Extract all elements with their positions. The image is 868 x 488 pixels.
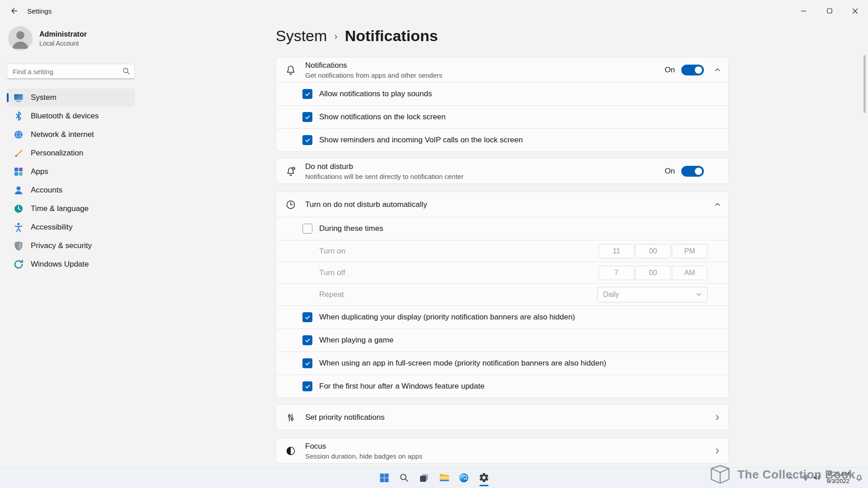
sidebar-item-apps[interactable]: Apps bbox=[7, 163, 135, 181]
sidebar-item-personalization[interactable]: Personalization bbox=[7, 144, 135, 162]
sidebar-item-bluetooth-devices[interactable]: Bluetooth & devices bbox=[7, 107, 135, 125]
sidebar-item-time-language[interactable]: Time & language bbox=[7, 200, 135, 218]
during-these-times-row: During these times bbox=[276, 217, 729, 240]
edge-button[interactable] bbox=[455, 469, 473, 487]
option-row-voip: Show reminders and incoming VoIP calls o… bbox=[276, 129, 729, 152]
scrollbar-thumb[interactable] bbox=[863, 55, 866, 113]
sidebar-item-privacy-security[interactable]: Privacy & security bbox=[7, 237, 135, 255]
sidebar-item-accessibility[interactable]: Accessibility bbox=[7, 218, 135, 236]
option-label: Show notifications on the lock screen bbox=[319, 113, 446, 122]
selected-indicator bbox=[7, 93, 9, 102]
gear-icon bbox=[478, 472, 489, 483]
checkbox-feature-update[interactable] bbox=[302, 381, 312, 391]
start-button[interactable] bbox=[375, 469, 394, 487]
option-label: When duplicating your display (priority … bbox=[319, 313, 575, 322]
shield-icon bbox=[13, 240, 24, 251]
focus-card[interactable]: Focus Session duration, hide badges on a… bbox=[276, 438, 729, 464]
taskbar: 8:25 AM 9/3/2022 bbox=[0, 467, 868, 488]
option-label: When playing a game bbox=[319, 336, 393, 345]
priority-notifications-card[interactable]: Set priority notifications bbox=[276, 404, 729, 430]
back-button[interactable] bbox=[5, 2, 23, 20]
accessibility-icon bbox=[13, 222, 24, 233]
task-view-button[interactable] bbox=[415, 469, 434, 487]
settings-button[interactable] bbox=[475, 469, 493, 487]
option-row-duplicating-display: When duplicating your display (priority … bbox=[276, 306, 729, 329]
notifications-title: Notifications bbox=[305, 61, 665, 70]
notifications-description: Get notifications from apps and other se… bbox=[305, 71, 665, 79]
turn-off-hour-field[interactable]: 7 bbox=[599, 266, 634, 280]
sidebar-item-network-internet[interactable]: Network & internet bbox=[7, 126, 135, 144]
network-icon bbox=[802, 474, 810, 482]
repeat-row: Repeat Daily bbox=[276, 284, 729, 306]
sidebar-item-label: Time & language bbox=[31, 204, 89, 213]
search-input[interactable] bbox=[7, 64, 135, 79]
focus-icon bbox=[285, 446, 296, 456]
checkbox-playing-game[interactable] bbox=[302, 335, 312, 345]
check-icon bbox=[305, 137, 311, 143]
sidebar-item-label: Accounts bbox=[31, 186, 62, 195]
user-name: Administrator bbox=[39, 30, 87, 38]
active-app-indicator bbox=[479, 485, 488, 486]
turn-on-minute-field[interactable]: 00 bbox=[635, 244, 671, 258]
checkbox-lock-screen[interactable] bbox=[302, 112, 312, 122]
check-icon bbox=[305, 114, 311, 120]
turn-off-minute-field[interactable]: 00 bbox=[635, 266, 671, 280]
user-card[interactable]: Administrator Local Account bbox=[8, 26, 87, 51]
do-not-disturb-title: Do not disturb bbox=[305, 162, 665, 171]
search-icon bbox=[399, 473, 410, 483]
clock-icon bbox=[285, 199, 296, 210]
do-not-disturb-toggle[interactable] bbox=[681, 166, 704, 177]
turn-on-hour-field[interactable]: 11 bbox=[599, 244, 634, 258]
avatar bbox=[8, 26, 33, 51]
turn-on-period-field[interactable]: PM bbox=[672, 244, 708, 258]
notification-bell-icon bbox=[855, 474, 863, 482]
sidebar-item-accounts[interactable]: Accounts bbox=[7, 181, 135, 199]
option-label: Show reminders and incoming VoIP calls o… bbox=[319, 136, 523, 145]
check-icon bbox=[305, 361, 311, 366]
page-title: Notifications bbox=[345, 26, 438, 45]
file-explorer-button[interactable] bbox=[435, 469, 453, 487]
sidebar-item-windows-update[interactable]: Windows Update bbox=[7, 255, 135, 273]
checkbox-fullscreen-app[interactable] bbox=[302, 358, 312, 368]
minimize-button[interactable] bbox=[791, 0, 816, 22]
notifications-toggle-label: On bbox=[665, 66, 675, 75]
sidebar-item-label: Network & internet bbox=[31, 130, 94, 139]
option-label: For the first hour after a Windows featu… bbox=[319, 382, 485, 391]
apps-grid-icon bbox=[13, 166, 24, 177]
option-row-playing-game: When playing a game bbox=[276, 329, 729, 352]
sidebar: Administrator Local Account System Bluet… bbox=[0, 22, 136, 467]
breadcrumb-system[interactable]: System bbox=[276, 26, 327, 45]
maximize-button[interactable] bbox=[816, 0, 842, 22]
checkbox-during-these-times[interactable] bbox=[302, 224, 312, 234]
tray-chevron-up-button[interactable] bbox=[785, 469, 796, 486]
close-button[interactable] bbox=[842, 0, 868, 22]
check-icon bbox=[305, 338, 311, 343]
breadcrumb-separator-icon: › bbox=[334, 27, 337, 46]
dnd-auto-card[interactable]: Turn on do not disturb automatically bbox=[276, 192, 729, 217]
tray-clock[interactable]: 8:25 AM 9/3/2022 bbox=[826, 470, 849, 485]
notification-center-button[interactable] bbox=[853, 469, 865, 486]
check-icon bbox=[305, 91, 311, 97]
checkbox-play-sounds[interactable] bbox=[302, 89, 312, 99]
bluetooth-icon bbox=[13, 111, 24, 122]
turn-on-label: Turn on bbox=[319, 247, 599, 256]
sidebar-item-label: Accessibility bbox=[31, 223, 73, 232]
folder-icon bbox=[438, 472, 450, 483]
do-not-disturb-icon bbox=[285, 166, 296, 177]
turn-off-period-field[interactable]: AM bbox=[672, 266, 708, 280]
chevron-right-icon bbox=[714, 414, 721, 421]
sidebar-item-label: Apps bbox=[31, 167, 48, 176]
taskbar-search-button[interactable] bbox=[395, 469, 414, 487]
checkbox-voip[interactable] bbox=[302, 135, 312, 145]
focus-description: Session duration, hide badges on apps bbox=[305, 452, 704, 460]
edge-icon bbox=[458, 472, 470, 483]
notifications-toggle[interactable] bbox=[681, 65, 704, 75]
maximize-icon bbox=[827, 8, 832, 14]
tray-status-area[interactable] bbox=[799, 469, 823, 486]
checkbox-duplicating-display[interactable] bbox=[302, 312, 312, 322]
focus-title: Focus bbox=[305, 442, 704, 451]
repeat-dropdown[interactable]: Daily bbox=[597, 287, 708, 302]
tray-date: 9/3/2022 bbox=[826, 478, 849, 485]
notifications-card[interactable]: Notifications Get notifications from app… bbox=[276, 57, 729, 83]
sidebar-item-system[interactable]: System bbox=[7, 89, 135, 107]
